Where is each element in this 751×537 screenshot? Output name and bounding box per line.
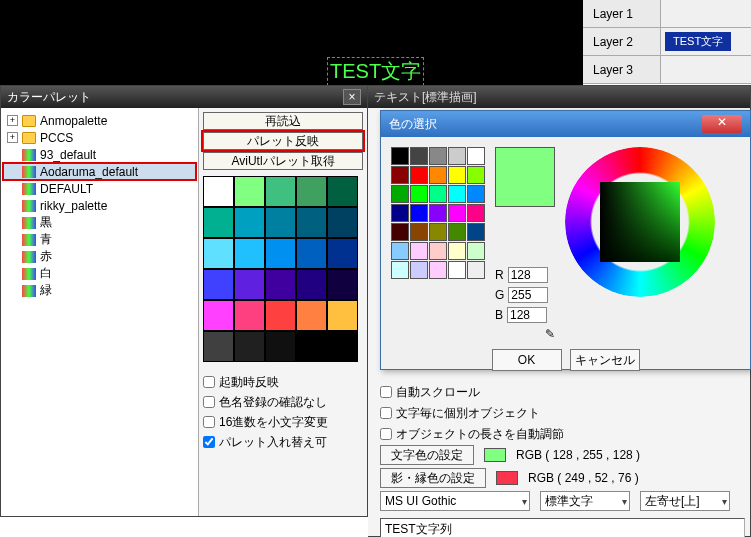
eyedropper-icon[interactable]: ✎ [545, 327, 555, 341]
mini-swatch[interactable] [429, 166, 447, 184]
swatch[interactable] [203, 331, 234, 362]
style-combo[interactable]: 標準文字 [540, 491, 630, 511]
mini-swatch[interactable] [410, 242, 428, 260]
mini-swatch[interactable] [448, 223, 466, 241]
layer-row[interactable]: Layer 2 TEST文字 [583, 28, 751, 56]
ok-button[interactable]: OK [492, 349, 562, 371]
swatch[interactable] [265, 238, 296, 269]
tree-item[interactable]: 青 [3, 231, 196, 248]
mini-swatch[interactable] [448, 166, 466, 184]
tree-item[interactable]: 黒 [3, 214, 196, 231]
mini-swatch[interactable] [391, 147, 409, 165]
checkbox[interactable] [203, 396, 215, 408]
dialog-titlebar[interactable]: 色の選択 ✕ [381, 111, 750, 137]
swatch[interactable] [265, 300, 296, 331]
swatch[interactable] [234, 207, 265, 238]
swatch[interactable] [234, 331, 265, 362]
mini-swatch[interactable] [448, 261, 466, 279]
expand-icon[interactable]: + [7, 115, 18, 126]
swatch[interactable] [265, 176, 296, 207]
checkbox[interactable] [380, 386, 392, 398]
palette-tree[interactable]: +Anmopalette +PCCS 93_default Aodaruma_d… [1, 108, 199, 516]
mini-swatch[interactable] [429, 204, 447, 222]
b-input[interactable] [507, 307, 547, 323]
mini-swatch[interactable] [391, 204, 409, 222]
mini-swatch[interactable] [410, 261, 428, 279]
mini-swatch[interactable] [410, 223, 428, 241]
swatch[interactable] [296, 269, 327, 300]
swatch[interactable] [327, 331, 358, 362]
swatch[interactable] [296, 176, 327, 207]
mini-swatch[interactable] [429, 147, 447, 165]
mini-swatch[interactable] [467, 185, 485, 203]
close-icon[interactable]: ✕ [702, 115, 742, 133]
swatch[interactable] [327, 207, 358, 238]
check-color-confirm[interactable]: 色名登録の確認なし [203, 394, 363, 410]
canvas-text-object[interactable]: TEST文字 [327, 57, 424, 86]
mini-swatch[interactable] [410, 166, 428, 184]
check-start-reflect[interactable]: 起動時反映 [203, 374, 363, 390]
tree-item[interactable]: +Anmopalette [3, 112, 196, 129]
mini-swatch[interactable] [391, 185, 409, 203]
char-color-button[interactable]: 文字色の設定 [380, 445, 474, 465]
swatch[interactable] [327, 300, 358, 331]
mini-swatch[interactable] [429, 223, 447, 241]
mini-swatch[interactable] [448, 147, 466, 165]
swatch[interactable] [234, 238, 265, 269]
check-swap-ok[interactable]: パレット入れ替え可 [203, 434, 363, 450]
window-titlebar[interactable]: テキスト[標準描画] [368, 86, 750, 108]
reload-button[interactable]: 再読込 [203, 112, 363, 130]
swatch[interactable] [327, 238, 358, 269]
check-per-char[interactable]: 文字毎に個別オブジェクト [380, 405, 745, 421]
swatch[interactable] [203, 176, 234, 207]
checkbox[interactable] [380, 407, 392, 419]
tree-item[interactable]: DEFAULT [3, 180, 196, 197]
check-hex-lower[interactable]: 16進数を小文字変更 [203, 414, 363, 430]
cancel-button[interactable]: キャンセル [570, 349, 640, 371]
text-content-input[interactable] [380, 518, 745, 537]
swatch[interactable] [234, 300, 265, 331]
mini-swatch[interactable] [467, 147, 485, 165]
mini-swatch[interactable] [391, 261, 409, 279]
swatch[interactable] [296, 300, 327, 331]
mini-swatch[interactable] [467, 242, 485, 260]
mini-swatch[interactable] [448, 242, 466, 260]
tree-item[interactable]: rikky_palette [3, 197, 196, 214]
swatch[interactable] [265, 269, 296, 300]
aviutl-get-button[interactable]: AviUtlパレット取得 [203, 152, 363, 170]
font-combo[interactable]: MS UI Gothic [380, 491, 530, 511]
mini-swatch[interactable] [391, 242, 409, 260]
mini-swatch[interactable] [391, 166, 409, 184]
check-auto-scroll[interactable]: 自動スクロール [380, 384, 745, 400]
swatch[interactable] [203, 238, 234, 269]
mini-swatch[interactable] [429, 242, 447, 260]
close-icon[interactable]: × [343, 89, 361, 105]
mini-swatch[interactable] [429, 261, 447, 279]
hue-ring[interactable] [565, 147, 715, 297]
mini-swatch[interactable] [410, 185, 428, 203]
r-input[interactable] [508, 267, 548, 283]
shadow-color-button[interactable]: 影・縁色の設定 [380, 468, 486, 488]
tree-item[interactable]: +PCCS [3, 129, 196, 146]
mini-swatch[interactable] [410, 204, 428, 222]
swatch[interactable] [296, 207, 327, 238]
mini-swatch[interactable] [448, 204, 466, 222]
tree-item[interactable]: 緑 [3, 282, 196, 299]
checkbox[interactable] [203, 376, 215, 388]
mini-swatch[interactable] [467, 166, 485, 184]
swatch[interactable] [234, 269, 265, 300]
expand-icon[interactable]: + [7, 132, 18, 143]
swatch[interactable] [265, 207, 296, 238]
tree-item[interactable]: 赤 [3, 248, 196, 265]
check-auto-len[interactable]: オブジェクトの長さを自動調節 [380, 426, 745, 442]
swatch[interactable] [327, 269, 358, 300]
mini-swatch[interactable] [391, 223, 409, 241]
shadow-color-sample[interactable] [496, 471, 518, 485]
swatch[interactable] [265, 331, 296, 362]
swatch[interactable] [296, 238, 327, 269]
swatch[interactable] [203, 207, 234, 238]
mini-swatch[interactable] [429, 185, 447, 203]
reflect-button[interactable]: パレット反映 [203, 132, 363, 150]
mini-swatch[interactable] [467, 223, 485, 241]
align-combo[interactable]: 左寄せ[上] [640, 491, 730, 511]
